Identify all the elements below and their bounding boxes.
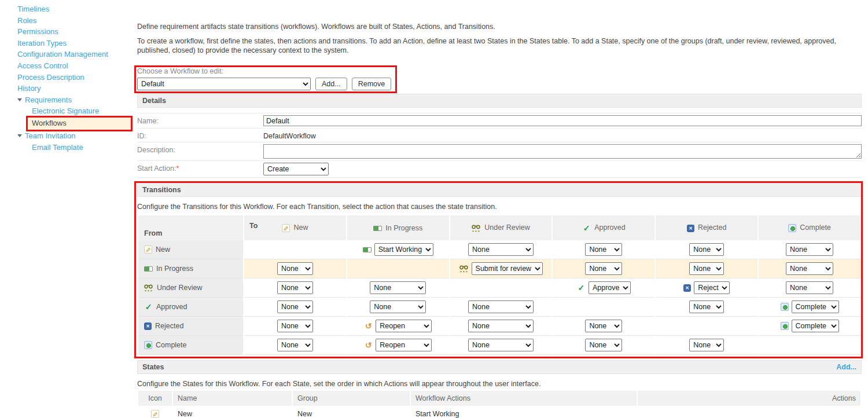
transition-cell: Complete — [759, 317, 860, 336]
required-asterisk: * — [176, 164, 179, 173]
transition-cell — [759, 336, 860, 355]
transition-action-select[interactable]: None — [786, 281, 833, 294]
transition-action-select[interactable]: Complete — [792, 320, 839, 332]
transition-action-select[interactable]: None — [468, 300, 534, 313]
transition-action-select[interactable]: None — [786, 262, 833, 275]
state-column-header-complete: Complete — [759, 215, 860, 240]
transition-action-select[interactable]: None — [585, 243, 622, 256]
from-header-cell: From — [138, 215, 243, 240]
sidebar-item-process-description[interactable]: Process Description — [0, 72, 137, 83]
sidebar-item-team-invitation[interactable]: Team Invitation — [0, 130, 137, 142]
transition-action-select[interactable]: None — [370, 281, 426, 294]
transition-cell: None — [553, 317, 654, 336]
sidebar-item-timelines[interactable]: Timelines — [0, 3, 137, 15]
transition-action-select[interactable]: None — [468, 320, 534, 332]
id-label: ID: — [137, 130, 263, 140]
transition-cell — [450, 278, 552, 298]
collapse-triangle-icon[interactable] — [17, 98, 22, 101]
transitions-table-header: FromToNewIn ProgressUnder ReviewApproved… — [138, 215, 860, 240]
transition-action-select[interactable]: None — [689, 339, 724, 351]
transition-action-select[interactable]: None — [277, 339, 313, 351]
sidebar-item-email-template[interactable]: Email Template — [0, 142, 137, 153]
workflow-select[interactable]: Default — [137, 78, 311, 90]
details-title: Details — [142, 97, 166, 105]
transition-from-label: In Progress — [156, 265, 193, 273]
new-icon — [282, 224, 290, 232]
sidebar-item-label: Workflows — [32, 119, 67, 127]
transition-cell — [656, 317, 757, 336]
transition-cell: None — [759, 278, 860, 298]
state-column-label: Under Review — [484, 223, 530, 232]
collapse-triangle-icon[interactable] — [17, 134, 22, 137]
transition-action-select[interactable]: None — [277, 281, 313, 294]
transition-cell: None — [347, 298, 449, 317]
remove-workflow-button[interactable]: Remove — [352, 78, 392, 90]
sidebar-item-electronic-signature[interactable]: Electronic Signature — [0, 105, 137, 117]
transition-action-select[interactable]: None — [468, 243, 534, 256]
transition-action-select[interactable]: None — [277, 320, 313, 332]
sidebar-item-requirements[interactable]: Requirements — [0, 94, 137, 106]
name-field[interactable] — [263, 115, 862, 126]
transition-from-cell: In Progress — [138, 259, 243, 278]
transition-from-cell: Under Review — [138, 278, 243, 298]
transition-cell: None — [244, 317, 346, 336]
add-workflow-button[interactable]: Add... — [315, 78, 347, 90]
rejected-icon — [687, 225, 694, 232]
sidebar-item-access-control[interactable]: Access Control — [0, 60, 137, 72]
sidebar-item-roles[interactable]: Roles — [0, 15, 137, 27]
transition-action-select[interactable]: None — [585, 262, 622, 275]
sidebar-item-permissions[interactable]: Permissions — [0, 26, 137, 38]
workflow-chooser-label: Choose a Workflow to edit: — [137, 67, 391, 75]
sidebar-item-label: Timelines — [17, 5, 49, 13]
start-action-select[interactable]: Create — [263, 163, 329, 175]
transition-from-label: Approved — [156, 303, 187, 311]
sidebar-item-workflows[interactable]: Workflows — [28, 118, 131, 130]
transition-cell: None — [450, 298, 552, 317]
transition-cell: None — [450, 336, 552, 355]
sidebar-item-configuration-management[interactable]: Configuration Management — [0, 49, 137, 60]
complete-icon — [781, 322, 789, 330]
transition-action-select[interactable]: Complete — [792, 300, 839, 313]
transitions-instructions: Configure the Transitions for this Workf… — [137, 203, 862, 211]
in-progress-icon — [363, 247, 372, 252]
transition-action-select[interactable]: None — [689, 262, 724, 275]
transition-cell: Start Working — [347, 240, 449, 259]
transition-row-new: NewStart WorkingNoneNoneNoneNone — [138, 240, 860, 259]
state-column-header-rejected: Rejected — [656, 215, 757, 240]
transition-action-select[interactable]: None — [689, 243, 724, 256]
transition-action-select[interactable]: None — [277, 262, 313, 275]
transition-from-label: Rejected — [155, 322, 183, 330]
transitions-section: Transitions Configure the Transitions fo… — [137, 183, 862, 355]
states-table-header: IconNameGroupWorkflow ActionsActions — [138, 391, 860, 406]
states-table: IconNameGroupWorkflow ActionsActions New… — [137, 391, 862, 418]
transition-action-select[interactable]: Reopen — [376, 339, 432, 351]
transition-action-select[interactable]: Approve — [589, 281, 631, 294]
transitions-table-body: NewStart WorkingNoneNoneNoneNoneIn Progr… — [138, 240, 860, 355]
transition-action-select[interactable]: None — [786, 243, 833, 256]
id-value: DefaultWorkflow — [263, 130, 862, 140]
transition-action-select[interactable]: None — [468, 339, 534, 351]
transition-action-select[interactable]: Reopen — [376, 320, 432, 332]
transition-action-select[interactable]: Start Working — [374, 243, 433, 256]
states-column-header-actions: Actions — [638, 391, 860, 406]
sidebar-item-label: Team Invitation — [25, 131, 75, 140]
sidebar-item-label: Electronic Signature — [32, 107, 99, 115]
transition-action-select[interactable]: None — [585, 320, 622, 332]
transition-action-select[interactable]: None — [689, 300, 724, 313]
sidebar-item-iteration-types[interactable]: Iteration Types — [0, 38, 137, 49]
sidebar-item-history[interactable]: History — [0, 83, 137, 94]
state-workflow-actions-cell: Start Working — [411, 406, 637, 418]
transition-action-select[interactable]: Submit for review — [472, 262, 543, 275]
transition-action-select[interactable]: None — [585, 339, 622, 351]
description-field[interactable] — [263, 144, 862, 159]
state-actions-cell — [638, 406, 860, 418]
transition-action-select[interactable]: None — [277, 300, 313, 313]
transition-action-select[interactable]: Reject — [694, 281, 730, 294]
sidebar-item-label: Iteration Types — [17, 39, 67, 47]
state-icon-cell — [138, 406, 172, 418]
transition-cell: Submit for review — [450, 259, 552, 278]
transition-action-select[interactable]: None — [370, 300, 426, 313]
in-progress-icon — [144, 266, 153, 272]
add-state-link[interactable]: Add... — [836, 363, 856, 371]
intro-paragraph-2: To create a workflow, first define the s… — [137, 36, 862, 55]
